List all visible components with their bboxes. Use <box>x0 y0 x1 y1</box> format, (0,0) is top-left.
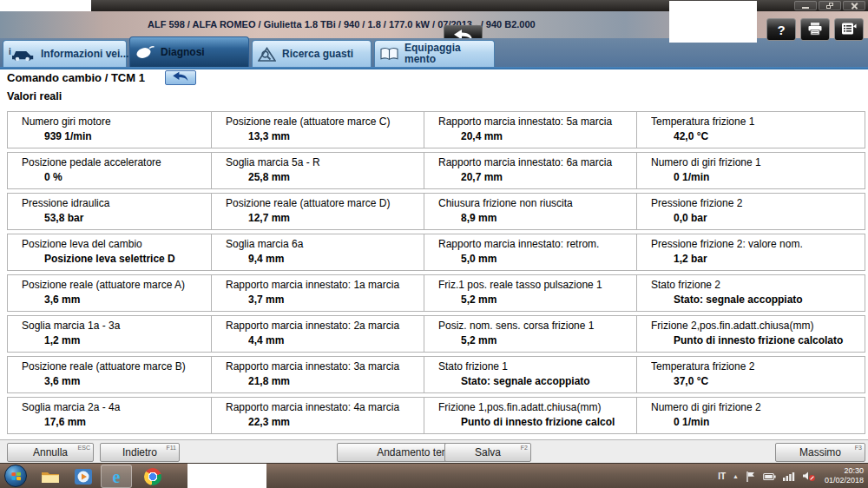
button-label: Annulla <box>33 446 68 458</box>
ie-e-glyph: e <box>113 468 121 485</box>
value-text: 9,4 mm <box>248 252 420 267</box>
massimo-button[interactable]: Massimo F3 <box>775 443 865 462</box>
media-player-icon[interactable] <box>68 465 99 488</box>
value-text: 1,2 bar <box>674 252 861 267</box>
value-cell[interactable]: Soglia marcia 5a - R25,8 mm <box>211 152 424 189</box>
value-text: 8,9 mm <box>461 211 633 226</box>
file-explorer-icon[interactable] <box>35 465 66 488</box>
value-cell[interactable]: Numero di giri frizione 20 1/min <box>636 397 865 434</box>
help-icon: ? <box>777 23 785 37</box>
value-cell[interactable]: Friz.1 pos. reale tasso pulsazione 15,2 … <box>424 274 636 312</box>
value-cell[interactable]: Posizione reale (attuatore marce A)3,6 m… <box>7 274 211 312</box>
value-cell[interactable]: Stato frizione 2Stato: segnale accoppiat… <box>636 274 865 312</box>
tab-equipaggiamento[interactable]: Equipaggia mento <box>374 40 495 67</box>
button-label: Indietro <box>122 446 157 458</box>
value-text: 0 1/min <box>674 415 861 430</box>
value-label: Posizione reale (attuatore marce D) <box>226 196 420 211</box>
printer-icon <box>807 22 823 38</box>
value-cell[interactable]: Temperatura frizione 142,0 °C <box>636 111 865 148</box>
action-center-flag-icon[interactable] <box>746 471 756 483</box>
value-cell[interactable]: Posizione reale (attuatore marce D)12,7 … <box>211 193 424 230</box>
hidden-icons-button[interactable]: ▲ <box>733 473 739 479</box>
page-back-button[interactable] <box>165 70 196 85</box>
tab-label: Diagnosi <box>161 46 205 58</box>
value-cell[interactable]: Pressione frizione 20,0 bar <box>636 193 865 230</box>
value-label: Stato frizione 1 <box>438 359 633 374</box>
report-button[interactable] <box>834 18 864 41</box>
tab-diagnosi[interactable]: Diagnosi <box>129 36 249 67</box>
value-cell[interactable]: Numero giri motore939 1/min <box>7 111 211 148</box>
value-cell[interactable]: Soglia marcia 1a - 3a1,2 mm <box>7 315 211 353</box>
value-cell[interactable]: Rapporto marcia innestato: retrom.5,0 mm <box>424 234 636 271</box>
report-icon <box>841 22 857 38</box>
value-cell[interactable]: Posizione pedale acceleratore0 % <box>7 152 211 189</box>
close-icon <box>851 3 858 10</box>
value-cell[interactable]: Frizione 2,pos.fin.adatt.chiusa(mm)Punto… <box>636 315 865 353</box>
value-cell[interactable]: Frizione 1,pos.fin.adatt.chiusa(mm)Punto… <box>424 397 636 434</box>
value-cell[interactable]: Pressione frizione 2: valore nom.1,2 bar <box>636 234 865 271</box>
chrome-icon[interactable] <box>137 465 168 488</box>
value-cell[interactable]: Stato frizione 1Stato: segnale accoppiat… <box>424 356 636 393</box>
value-text: 12,7 mm <box>248 211 420 226</box>
tab-label: Equipaggia mento <box>404 43 472 65</box>
value-cell[interactable]: Chiusura frizione non riuscita8,9 mm <box>424 193 636 230</box>
value-cell[interactable]: Posizione leva del cambioPosizione leva … <box>7 234 211 271</box>
tab-ricerca-guasti[interactable]: Ricerca guasti <box>252 40 372 67</box>
value-label: Rapporto marcia innestato: 6a marcia <box>438 155 633 170</box>
tab-label: Ricerca guasti <box>282 48 353 60</box>
taskbar-clock[interactable]: 20:30 01/02/2018 <box>815 466 864 485</box>
value-text: Stato: segnale accoppiato <box>461 374 633 389</box>
equipment-book-icon <box>380 47 398 61</box>
value-label: Rapporto marcia innestato: 1a marcia <box>226 278 420 293</box>
value-cell[interactable]: Posizione reale (attuatore marce C)13,3 … <box>211 111 424 148</box>
internet-explorer-icon[interactable]: e <box>101 465 132 488</box>
value-label: Temperatura frizione 2 <box>651 359 861 374</box>
value-cell[interactable]: Rapporto marcia innestato: 1a marcia3,7 … <box>211 274 424 312</box>
value-cell[interactable]: Soglia marcia 2a - 4a17,6 mm <box>7 397 211 434</box>
help-button[interactable]: ? <box>766 18 796 41</box>
restore-button[interactable] <box>819 1 841 10</box>
start-button[interactable] <box>4 465 27 487</box>
battery-icon[interactable] <box>763 472 776 481</box>
network-signal-icon[interactable] <box>783 472 795 481</box>
values-column: Numero giri motore939 1/minPosizione ped… <box>7 111 211 434</box>
minimize-button[interactable] <box>794 1 817 10</box>
value-cell[interactable]: Rapporto marcia innestato: 5a marcia20,4… <box>424 111 636 148</box>
indietro-button[interactable]: Indietro F11 <box>100 443 180 462</box>
footer-bar: Annulla ESC Indietro F11 Andamento temp.… <box>0 439 868 463</box>
value-cell[interactable]: Rapporto marcia innestato: 4a marcia22,3… <box>211 397 424 434</box>
value-cell[interactable]: Pressione idraulica53,8 bar <box>7 193 211 230</box>
volume-muted-icon[interactable] <box>802 471 816 482</box>
svg-text:i: i <box>9 47 11 56</box>
value-label: Pressione idraulica <box>22 196 207 211</box>
value-label: Temperatura frizione 1 <box>651 115 861 129</box>
value-text: 3,6 mm <box>44 374 207 389</box>
value-cell[interactable]: Rapporto marcia innestato: 6a marcia20,7… <box>424 152 636 189</box>
salva-button[interactable]: Salva F2 <box>444 443 531 462</box>
value-label: Rapporto marcia innestato: retrom. <box>438 237 633 252</box>
redaction-box <box>187 464 266 488</box>
value-cell[interactable]: Rapporto marcia innestato: 2a marcia4,4 … <box>211 315 424 353</box>
value-cell[interactable]: Posiz. nom. sens. corsa frizione 15,2 mm <box>424 315 636 353</box>
value-cell[interactable]: Temperatura frizione 237,0 °C <box>636 356 865 393</box>
value-text: 42,0 °C <box>674 129 861 144</box>
close-button[interactable] <box>843 1 865 10</box>
value-cell[interactable]: Posizione reale (attuatore marce B)3,6 m… <box>7 356 211 393</box>
chrome-ball-icon <box>144 468 161 485</box>
value-cell[interactable]: Soglia marcia 6a9,4 mm <box>211 234 424 271</box>
value-label: Posiz. nom. sens. corsa frizione 1 <box>438 319 633 333</box>
hotkey-label: ESC <box>78 445 90 451</box>
value-label: Posizione reale (attuatore marce B) <box>22 359 207 374</box>
taskbar: e IT ▲ 20:30 01/02/2018 <box>0 463 868 488</box>
value-text: 53,8 bar <box>44 211 207 226</box>
tab-informazioni-veicolo[interactable]: i Informazioni vei... <box>3 40 127 67</box>
value-cell[interactable]: Rapporto marcia innestato: 3a marcia21,8… <box>211 356 424 393</box>
language-indicator[interactable]: IT <box>718 472 726 481</box>
value-cell[interactable]: Numero di giri frizione 10 1/min <box>636 152 865 189</box>
value-label: Stato frizione 2 <box>651 278 861 293</box>
print-button[interactable] <box>800 18 830 41</box>
value-text: 20,7 mm <box>461 170 633 185</box>
system-tray: IT ▲ <box>718 464 816 488</box>
value-label: Posizione reale (attuatore marce A) <box>22 278 207 293</box>
annulla-button[interactable]: Annulla ESC <box>7 443 94 462</box>
